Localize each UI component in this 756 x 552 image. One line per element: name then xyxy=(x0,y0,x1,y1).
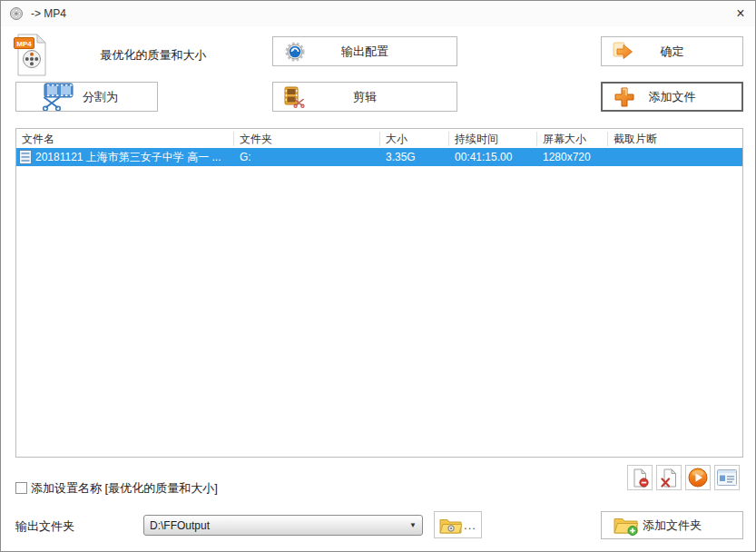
cell-screen: 1280x720 xyxy=(537,151,608,163)
file-list-header: 文件名 文件夹 大小 持续时间 屏幕大小 截取片断 xyxy=(16,129,742,148)
append-setting-label: 添加设置名称 [最优化的质量和大小] xyxy=(31,480,218,497)
properties-button[interactable] xyxy=(714,465,740,490)
mp4-document-icon: MP4 xyxy=(14,33,48,77)
properties-panel-icon xyxy=(717,469,737,486)
browse-folder-button[interactable]: ... xyxy=(434,511,482,538)
close-icon[interactable]: × xyxy=(731,4,751,24)
column-header-folder[interactable]: 文件夹 xyxy=(234,132,380,146)
preset-quality-label: 最优化的质量和大小 xyxy=(54,34,253,77)
converter-dialog: -> MP4 × MP4 最优化的质量和大小 xyxy=(0,0,756,552)
add-folder-button[interactable]: 添加文件夹 xyxy=(601,511,743,539)
output-folder-label: 输出文件夹 xyxy=(15,518,74,535)
folder-camera-icon xyxy=(439,517,462,534)
append-setting-checkbox[interactable] xyxy=(15,482,27,494)
column-header-size[interactable]: 大小 xyxy=(380,132,449,146)
plus-icon xyxy=(612,84,637,110)
window-title: -> MP4 xyxy=(31,1,66,26)
split-label: 分割为 xyxy=(16,89,157,105)
arrow-right-icon xyxy=(612,40,635,64)
output-folder-value: D:\FFOutput xyxy=(144,519,404,532)
play-button[interactable] xyxy=(685,465,711,490)
column-header-duration[interactable]: 持续时间 xyxy=(449,132,537,146)
clip-film-icon xyxy=(284,86,306,108)
remove-file-button[interactable] xyxy=(627,465,653,490)
add-file-button[interactable]: 添加文件 xyxy=(601,82,743,112)
remove-file-icon xyxy=(631,468,650,488)
ok-button[interactable]: 确定 xyxy=(601,36,743,66)
chevron-down-icon: ▼ xyxy=(404,521,422,529)
cell-folder: G: xyxy=(234,151,380,163)
cell-filename: 20181121 上海市第三女子中学 高一 ... xyxy=(16,150,234,165)
table-row[interactable]: 20181121 上海市第三女子中学 高一 ... G: 3.35G 00:41… xyxy=(16,148,742,166)
browse-dots-label: ... xyxy=(464,518,476,532)
gear-icon xyxy=(284,41,306,63)
cell-duration: 00:41:15.00 xyxy=(449,151,537,163)
folder-plus-icon xyxy=(614,515,639,537)
film-reel-app-icon xyxy=(9,6,24,21)
output-folder-combobox[interactable]: D:\FFOutput ▼ xyxy=(143,515,423,536)
clip-button[interactable]: 剪辑 xyxy=(272,82,457,112)
cell-size: 3.35G xyxy=(380,151,449,163)
split-button[interactable]: 分割为 xyxy=(15,82,158,112)
clear-list-button[interactable] xyxy=(656,465,682,490)
mp4-badge-text: MP4 xyxy=(16,40,32,48)
column-header-screen[interactable]: 屏幕大小 xyxy=(537,132,608,146)
file-list: 文件名 文件夹 大小 持续时间 屏幕大小 截取片断 20181121 上海市第三… xyxy=(15,128,743,458)
film-scissors-icon xyxy=(40,83,76,111)
video-file-icon xyxy=(19,150,32,164)
output-config-button[interactable]: 输出配置 xyxy=(272,36,457,66)
play-icon xyxy=(688,468,708,488)
column-header-filename[interactable]: 文件名 xyxy=(16,132,234,146)
column-header-clip[interactable]: 截取片断 xyxy=(608,132,742,146)
titlebar: -> MP4 × xyxy=(1,1,755,26)
delete-x-icon xyxy=(660,468,679,488)
